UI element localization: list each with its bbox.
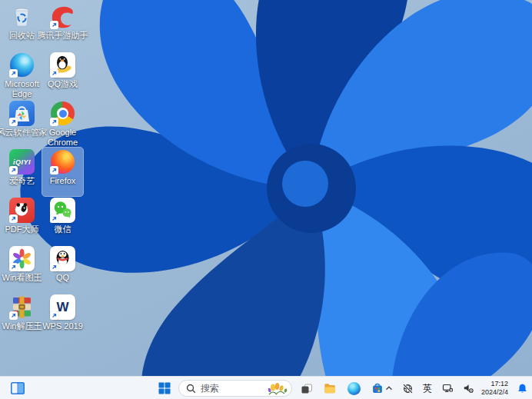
- shortcut-arrow-icon: [9, 166, 18, 175]
- task-view-icon: [300, 382, 313, 395]
- firefox-icon: [50, 149, 75, 175]
- desktop-icon-recycle-bin[interactable]: 回收站: [2, 2, 42, 51]
- widgets-icon: [9, 380, 26, 397]
- clock-date: 2024/2/4: [481, 388, 508, 397]
- desktop-icon-grid: 回收站 腾讯手游助手 Microsoft Edge: [2, 2, 83, 341]
- monitor-tray-button[interactable]: [440, 378, 455, 398]
- winrar-books-icon: [9, 294, 35, 320]
- desktop-icon-wps[interactable]: W WPS 2019: [42, 293, 83, 341]
- shortcut-arrow-icon: [50, 69, 58, 78]
- tencent-gaming-icon: [50, 4, 75, 29]
- iqiyi-icon: iQIYI: [9, 149, 35, 175]
- wps-icon: W: [50, 294, 75, 320]
- network-status-button[interactable]: [401, 378, 415, 398]
- shortcut-arrow-icon: [50, 311, 58, 320]
- desktop-icon-tencent-gaming[interactable]: 腾讯手游助手: [42, 2, 83, 51]
- desktop-icon-label: Google Chrome: [35, 128, 91, 147]
- iqiyi-wordmark: iQIYI: [13, 158, 31, 166]
- shortcut-arrow-icon: [9, 69, 18, 78]
- desktop-icon-label: 微信: [35, 224, 91, 234]
- shortcut-arrow-icon: [50, 214, 58, 223]
- desktop-icon-pdf-master[interactable]: PDF大师: [2, 196, 42, 244]
- windows-start-icon: [158, 382, 171, 394]
- desktop-icon-label: Firefox: [35, 176, 91, 186]
- desktop-icon-win-image-viewer[interactable]: Win看图王: [2, 244, 42, 293]
- shortcut-arrow-icon: [50, 118, 58, 126]
- shortcut-arrow-icon: [50, 263, 58, 271]
- shortcut-arrow-icon: [9, 214, 18, 223]
- recycle-bin-icon: [9, 4, 35, 29]
- desktop-icon-firefox[interactable]: Firefox: [42, 148, 83, 196]
- chrome-icon: [50, 101, 75, 126]
- edge-icon: [9, 52, 35, 78]
- task-view-button[interactable]: [296, 378, 316, 398]
- monitor-plug-icon: [441, 382, 454, 394]
- desktop-icon-qq-games[interactable]: QQ游戏: [42, 51, 83, 99]
- widgets-button[interactable]: [8, 378, 28, 398]
- desktop-icon-label: QQ游戏: [35, 79, 91, 89]
- desktop-icon-wechat[interactable]: 微信: [42, 196, 83, 244]
- chevron-up-icon: [384, 383, 394, 394]
- clock-time: 17:12: [481, 380, 508, 388]
- ime-indicator[interactable]: 英: [421, 378, 434, 398]
- desktop-icon-edge[interactable]: Microsoft Edge: [2, 51, 42, 99]
- volume-tray-button[interactable]: [461, 378, 476, 398]
- shortcut-arrow-icon: [9, 311, 18, 320]
- search-icon: [186, 384, 196, 394]
- search-highlight-flowers-icon: [267, 382, 288, 395]
- ime-label: 英: [421, 382, 434, 395]
- qq-games-icon: [50, 52, 75, 78]
- desktop[interactable]: 回收站 腾讯手游助手 Microsoft Edge: [0, 0, 532, 376]
- shortcut-arrow-icon: [9, 118, 18, 126]
- file-explorer-icon: [323, 381, 337, 395]
- edge-taskbar-button[interactable]: [344, 378, 364, 398]
- globe-offline-icon: [402, 383, 414, 394]
- desktop-icon-qq[interactable]: QQ: [42, 244, 83, 293]
- qq-icon: [50, 246, 75, 271]
- desktop-icon-label: 腾讯手游助手: [35, 31, 91, 41]
- desktop-icon-chrome[interactable]: Google Chrome: [42, 99, 83, 148]
- desktop-icon-label: WPS 2019: [35, 321, 91, 331]
- tray-chevron-button[interactable]: [382, 378, 396, 398]
- desktop-icon-iqiyi[interactable]: iQIYI 爱奇艺: [2, 148, 42, 196]
- pdf-master-icon: [9, 198, 35, 223]
- desktop-icon-win-unzip[interactable]: Win解压王: [2, 293, 42, 341]
- taskbar-search[interactable]: 搜索: [178, 380, 292, 397]
- volume-settings-icon: [462, 382, 474, 394]
- desktop-icon-label: QQ: [35, 273, 91, 283]
- shortcut-arrow-icon: [50, 21, 58, 29]
- software-manager-icon: [9, 101, 35, 126]
- start-button[interactable]: [155, 378, 175, 398]
- shortcut-arrow-icon: [50, 166, 58, 175]
- notification-bell-icon: [517, 383, 528, 394]
- win-image-viewer-icon: [9, 246, 35, 271]
- wechat-icon: [50, 198, 75, 223]
- search-placeholder: 搜索: [201, 382, 262, 395]
- shortcut-arrow-icon: [9, 263, 18, 271]
- edge-icon: [347, 382, 361, 395]
- notification-center-button[interactable]: [514, 378, 530, 398]
- taskbar: 搜索: [0, 376, 532, 399]
- file-explorer-button[interactable]: [320, 378, 340, 398]
- taskbar-clock[interactable]: 17:12 2024/2/4: [481, 380, 509, 397]
